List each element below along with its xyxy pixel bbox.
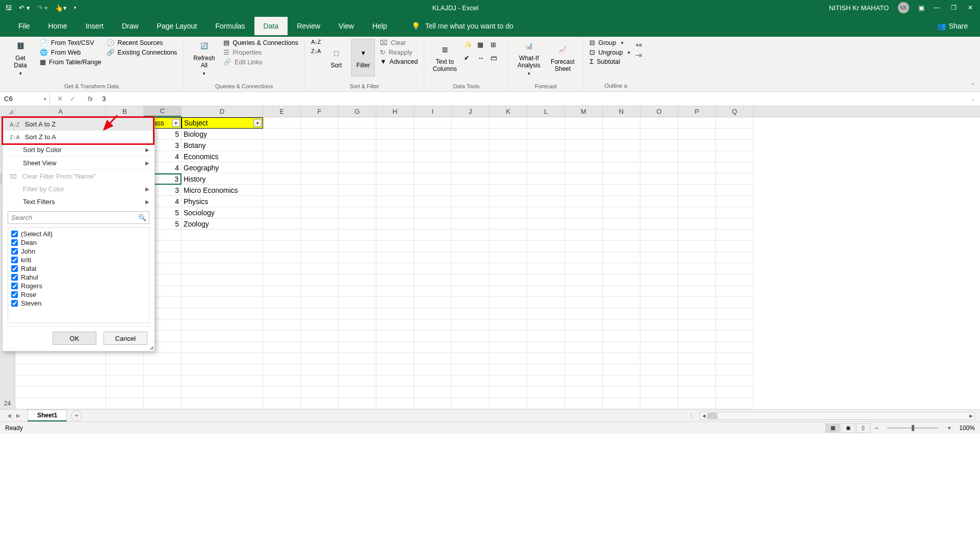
name-box[interactable]: C6 ▾ <box>0 92 50 106</box>
tab-data[interactable]: Data <box>254 17 288 35</box>
filter-arrow-class[interactable]: ▾ <box>172 119 180 127</box>
resize-grip-icon[interactable]: ◢ <box>149 344 153 350</box>
filter-check-item[interactable]: Rafal <box>11 264 146 273</box>
from-table-range-button[interactable]: ▦From Table/Range <box>40 58 101 66</box>
cell[interactable]: Botany <box>182 140 263 151</box>
sheet-prev-icon[interactable]: ◀ <box>7 413 11 418</box>
scroll-left-icon[interactable]: ◀ <box>700 413 707 418</box>
autosave-icon[interactable]: 🖫 <box>5 4 12 12</box>
cell[interactable]: Geography <box>182 162 263 173</box>
group-rows-button[interactable]: ⊟Group▾ <box>589 39 630 46</box>
checkbox[interactable] <box>11 257 18 263</box>
filter-check-item[interactable]: Rahul <box>11 273 146 282</box>
checkbox[interactable] <box>11 283 18 289</box>
page-break-view-button[interactable]: ▯ <box>856 423 870 433</box>
checkbox[interactable] <box>11 300 18 307</box>
checkbox[interactable] <box>11 231 18 237</box>
col-header-F[interactable]: F <box>301 106 339 117</box>
cancel-formula-icon[interactable]: ✕ <box>57 95 63 103</box>
name-box-dropdown-icon[interactable]: ▾ <box>44 96 46 102</box>
col-header-I[interactable]: I <box>414 106 452 117</box>
checkbox[interactable] <box>11 248 18 255</box>
horizontal-scrollbar[interactable]: ◀ ▶ <box>700 412 975 420</box>
col-header-P[interactable]: P <box>678 106 716 117</box>
tab-review[interactable]: Review <box>288 17 329 35</box>
checkbox[interactable] <box>11 265 18 272</box>
scroll-thumb[interactable] <box>707 413 717 419</box>
forecast-sheet-button[interactable]: 📈 Forecast Sheet <box>548 39 577 77</box>
sheet-tab[interactable]: Sheet1 <box>28 410 67 421</box>
checkbox[interactable] <box>11 239 18 246</box>
maximize-icon[interactable]: ❐ <box>951 4 957 11</box>
text-to-columns-button[interactable]: ▥ Text to Columns <box>430 39 459 77</box>
get-data-button[interactable]: 🗄️ Get Data ▾ <box>6 39 35 77</box>
filter-check-item[interactable]: Rose <box>11 290 146 299</box>
advanced-filter-button[interactable]: ▼Advanced <box>380 58 418 65</box>
col-header-E[interactable]: E <box>263 106 301 117</box>
zoom-in-button[interactable]: + <box>944 424 954 432</box>
checkbox[interactable] <box>11 291 18 298</box>
cell[interactable]: History <box>182 173 263 185</box>
show-detail-button[interactable]: +≡ <box>635 42 642 48</box>
existing-connections-button[interactable]: 🔗Existing Connections <box>107 48 177 56</box>
consolidate-button[interactable]: ⊞ <box>491 41 502 52</box>
header-cell-subject[interactable]: Subject▾ <box>182 117 263 129</box>
sheet-next-icon[interactable]: ▶ <box>16 413 20 418</box>
filter-check-item[interactable]: Dean <box>11 238 146 247</box>
enter-formula-icon[interactable]: ✓ <box>70 95 75 103</box>
zoom-out-button[interactable]: − <box>871 424 881 432</box>
col-header-H[interactable]: H <box>376 106 414 117</box>
touch-mode-icon[interactable]: 👆▾ <box>55 4 67 12</box>
cell[interactable]: Physics <box>182 196 263 207</box>
recent-sources-button[interactable]: 🕓Recent Sources <box>107 39 177 46</box>
select-all-corner[interactable] <box>0 106 15 117</box>
filter-arrow-subject[interactable]: ▾ <box>253 119 262 127</box>
zoom-level[interactable]: 100% <box>959 424 975 432</box>
tab-view[interactable]: View <box>329 17 363 35</box>
col-header-L[interactable]: L <box>527 106 565 117</box>
relationships-button[interactable]: ↔ <box>477 54 488 65</box>
undo-icon[interactable]: ↶ ▾ <box>19 4 30 12</box>
outline-dialog-launcher[interactable]: ⧉ <box>624 84 627 89</box>
cancel-button[interactable]: Cancel <box>104 332 147 345</box>
col-header-G[interactable]: G <box>339 106 376 117</box>
col-header-K[interactable]: K <box>489 106 527 117</box>
flash-fill-button[interactable]: ✨ <box>464 41 475 52</box>
col-header-M[interactable]: M <box>565 106 603 117</box>
from-text-csv-button[interactable]: 📄From Text/CSV <box>40 39 101 46</box>
tell-me-search[interactable]: 💡 Tell me what you want to do <box>411 22 513 30</box>
queries-connections-button[interactable]: ▤Queries & Connections <box>223 39 298 46</box>
col-header-Q[interactable]: Q <box>716 106 754 117</box>
ok-button[interactable]: OK <box>53 332 96 345</box>
data-model-button[interactable]: 🗃 <box>491 54 502 65</box>
filter-button[interactable]: ▼ Filter <box>351 39 375 77</box>
sort-a-to-z[interactable]: A↓Z Sort A to Z <box>3 118 154 131</box>
cell[interactable]: Micro Economics <box>182 185 263 196</box>
ribbon-display-icon[interactable]: ▣ <box>918 4 924 12</box>
cell[interactable]: Zoology <box>182 218 263 230</box>
tab-file[interactable]: File <box>9 17 39 35</box>
sort-z-to-a[interactable]: Z↓A Sort Z to A <box>3 131 154 143</box>
subtotal-button[interactable]: ΣSubtotal <box>589 58 630 65</box>
col-header-D[interactable]: D <box>182 106 263 117</box>
filter-check-item[interactable]: (Select All) <box>11 230 146 238</box>
col-header-J[interactable]: J <box>452 106 489 117</box>
text-filters[interactable]: Text Filters ▶ <box>3 195 154 208</box>
tab-insert[interactable]: Insert <box>76 17 113 35</box>
tab-formulas[interactable]: Formulas <box>206 17 254 35</box>
sort-by-color[interactable]: Sort by Color ▶ <box>3 143 154 156</box>
tab-draw[interactable]: Draw <box>113 17 148 35</box>
sort-desc-button[interactable]: Z↓A <box>311 48 321 54</box>
formula-input[interactable]: 3 <box>98 95 966 103</box>
filter-check-item[interactable]: John <box>11 247 146 256</box>
minimize-icon[interactable]: — <box>934 4 940 11</box>
sheet-view[interactable]: Sheet View ▶ <box>3 157 154 169</box>
row-header[interactable]: 24 <box>0 398 15 409</box>
col-header-C[interactable]: C <box>144 106 182 117</box>
whatif-button[interactable]: 📊 What-If Analysis ▾ <box>514 39 543 77</box>
checkbox[interactable] <box>11 274 18 281</box>
filter-checklist[interactable]: (Select All)DeanJohnkritiRafalRahulRoger… <box>8 227 149 323</box>
data-validation-button[interactable]: ✔ <box>464 54 475 65</box>
filter-search-input[interactable] <box>8 211 149 224</box>
from-web-button[interactable]: 🌐From Web <box>40 48 101 56</box>
